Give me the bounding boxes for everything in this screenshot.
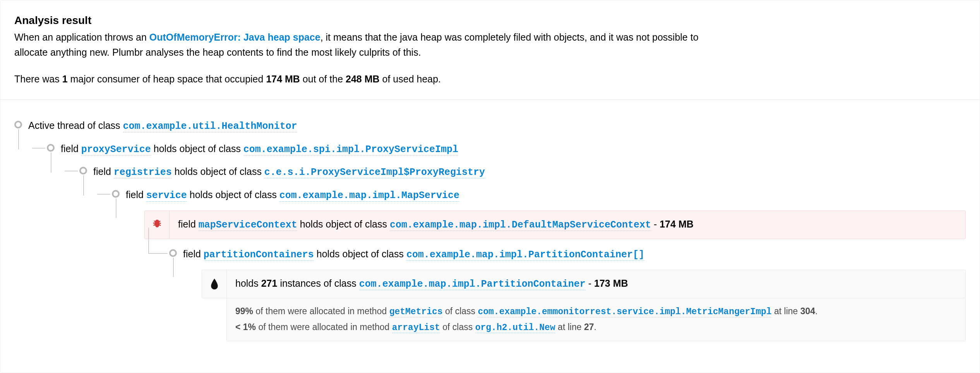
node-text: holds object of class (172, 166, 264, 177)
class-link[interactable]: com.example.map.impl.MapService (279, 190, 459, 202)
tree-connector (148, 228, 149, 253)
class-link[interactable]: com.example.emmonitorrest.service.impl.M… (478, 307, 771, 317)
tree-connector (83, 175, 84, 195)
class-link[interactable]: com.example.map.impl.PartitionContainer[… (406, 249, 644, 261)
analysis-panel: Analysis result When an application thro… (0, 0, 980, 373)
field-link[interactable]: service (146, 190, 187, 202)
alloc-text: of class (440, 322, 475, 332)
tree-connector (173, 258, 174, 277)
node-text: holds (235, 278, 261, 289)
node-text: field (183, 248, 204, 259)
node-text: holds object of class (151, 143, 243, 154)
alloc-text: of class (443, 306, 478, 316)
method-link[interactable]: getMetrics (389, 307, 443, 317)
total-size: 248 MB (346, 74, 380, 84)
node-text: field (93, 166, 114, 177)
bullet-icon (79, 167, 87, 175)
bullet-icon (47, 144, 55, 152)
allocation-detail: 99% of them were allocated in method get… (226, 298, 966, 341)
alloc-line: 27 (584, 322, 594, 332)
alloc-text: at line (772, 306, 800, 316)
consumer-count: 1 (62, 74, 68, 84)
analysis-description: When an application throws an OutOfMemor… (14, 30, 703, 86)
node-text: holds object of class (314, 248, 406, 259)
node-text: field (178, 219, 199, 229)
alloc-line: 304 (800, 306, 815, 316)
tree-node: field partitionContainers holds object o… (169, 247, 966, 341)
instance-count: 271 (261, 278, 278, 289)
field-link[interactable]: registries (114, 167, 172, 178)
desc-text: out of the (300, 74, 346, 84)
tree-node: field service holds object of class com.… (112, 188, 966, 341)
bullet-icon (169, 249, 177, 257)
node-text: holds object of class (187, 189, 279, 200)
analysis-header: Analysis result When an application thro… (14, 14, 966, 97)
paragraph-gap (14, 60, 703, 72)
class-link[interactable]: com.example.map.impl.DefaultMapServiceCo… (390, 219, 651, 231)
tree-connector (32, 148, 45, 149)
class-link[interactable]: com.example.map.impl.PartitionContainer (359, 279, 586, 290)
desc-text: When an application throws an (14, 32, 149, 43)
field-link[interactable]: proxyService (81, 144, 151, 156)
tree-connector (116, 198, 117, 218)
tree-node: field proxyService holds object of class… (47, 142, 966, 341)
culprit-callout: field mapServiceContext holds object of … (144, 210, 966, 239)
alloc-text: of them were allocated in method (256, 322, 392, 332)
desc-text: major consumer of heap space that occupi… (68, 74, 266, 84)
node-text: field (61, 143, 81, 154)
instances-callout: holds 271 instances of class com.example… (202, 270, 966, 298)
node-text: Active thread of class (28, 120, 123, 131)
node-size: 173 MB (594, 278, 628, 289)
field-link[interactable]: mapServiceContext (199, 219, 297, 231)
tree-connector (65, 171, 78, 171)
alloc-pct: < 1% (235, 322, 256, 332)
node-text: holds object of class (297, 219, 390, 229)
method-link[interactable]: arrayList (392, 323, 440, 333)
class-link[interactable]: com.example.spi.impl.ProxyServiceImpl (243, 144, 458, 156)
node-text: instances of class (277, 278, 359, 289)
tree-connector (148, 253, 168, 254)
alloc-text: at line (555, 322, 584, 332)
class-link[interactable]: com.example.util.HealthMonitor (123, 121, 297, 132)
bullet-icon (14, 121, 22, 128)
occupied-size: 174 MB (266, 74, 300, 84)
alloc-pct: 99% (235, 306, 253, 316)
reference-tree: Active thread of class com.example.util.… (14, 100, 966, 341)
alloc-text: of them were allocated in method (253, 306, 389, 316)
desc-text: There was (14, 74, 62, 84)
alloc-text: . (594, 322, 596, 332)
bullet-icon (112, 190, 120, 198)
class-link[interactable]: c.e.s.i.ProxyServiceImpl$ProxyRegistry (264, 167, 485, 178)
tree-connector (51, 152, 51, 173)
tree-connector (18, 129, 19, 149)
node-size: 174 MB (660, 219, 694, 229)
tree-node-root: Active thread of class com.example.util.… (14, 118, 966, 341)
class-link[interactable]: org.h2.util.New (475, 323, 555, 333)
field-link[interactable]: partitionContainers (204, 249, 314, 261)
desc-text: of used heap. (380, 74, 441, 84)
analysis-title: Analysis result (14, 14, 966, 27)
node-text: - (651, 219, 660, 229)
drop-icon (202, 270, 227, 298)
tree-connector (97, 194, 110, 195)
node-text: field (126, 189, 146, 200)
oom-error-link[interactable]: OutOfMemoryError: Java heap space (149, 32, 320, 43)
tree-node: field registries holds object of class c… (79, 164, 966, 341)
alloc-text: . (815, 306, 817, 316)
node-text: - (586, 278, 594, 289)
